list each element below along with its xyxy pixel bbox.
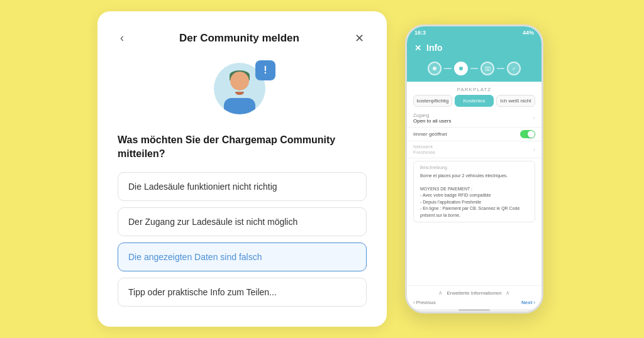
avatar-mouth	[235, 92, 244, 95]
step-4: ✓	[507, 62, 521, 75]
option-button-4[interactable]: Tipp oder praktische Info zum Teilen...	[118, 278, 367, 307]
step-line-1	[444, 68, 452, 69]
phone-header-title: Info	[426, 43, 534, 53]
toggle-label: Immer geöffnet	[413, 131, 447, 137]
step-3	[480, 62, 494, 75]
phone-bottom-bar	[407, 309, 541, 312]
page-wrapper: ‹ Der Community melden ✕ ! Was möchten S…	[20, 11, 624, 327]
netzwerk-label: Netzwerk	[413, 144, 435, 150]
panel-header: ‹ Der Community melden ✕	[118, 29, 367, 48]
parkplatz-label: PARKPLATZ	[413, 87, 535, 92]
phone-panel: 16:3 44% ✕ Info	[402, 25, 547, 313]
park-opt-kostenlos[interactable]: Kostenlos	[455, 95, 494, 107]
netzwerk-row[interactable]: Netzwerk Freshmile ›	[407, 141, 541, 158]
prev-button[interactable]: ‹ Previous	[413, 300, 436, 305]
next-button[interactable]: Next ›	[521, 300, 535, 305]
toggle-knob	[528, 131, 535, 138]
status-battery: 44%	[523, 30, 534, 36]
zugang-chevron-icon: ›	[533, 115, 535, 121]
close-button[interactable]: ✕	[352, 29, 367, 48]
avatar-container: !	[214, 63, 270, 119]
zugang-label: Zugang	[413, 112, 451, 118]
phone-content: PARKPLATZ kostenpflichtig Kostenlos Ich …	[407, 82, 541, 285]
svg-point-0	[433, 67, 436, 70]
report-panel: ‹ Der Community melden ✕ ! Was möchten S…	[97, 11, 387, 327]
step-2	[454, 62, 468, 75]
home-indicator	[458, 309, 490, 311]
beschreibung-text: Borne et places pour 2 véhicules électri…	[420, 173, 528, 219]
zugang-value: Open to all users	[413, 118, 451, 124]
svg-point-3	[487, 68, 489, 70]
erweiterte-chevron-left-icon: ∧	[438, 290, 443, 296]
step-line-2	[470, 68, 478, 69]
toggle-switch[interactable]	[520, 130, 535, 138]
option-button-1[interactable]: Die Ladesäule funktioniert nicht richtig	[118, 172, 367, 201]
panel-title: Der Community melden	[179, 32, 299, 45]
avatar-head	[230, 72, 249, 90]
next-label: Next	[521, 300, 532, 305]
question-text: Was möchten Sie der Chargemap Community …	[118, 133, 367, 161]
back-button[interactable]: ‹	[118, 29, 126, 47]
phone-footer: ∧ Erweiterte Informationen ∧ ‹ Previous …	[407, 285, 541, 309]
park-opt-weiss-nicht[interactable]: Ich weiß nicht	[496, 95, 535, 107]
status-time: 16:3	[414, 30, 426, 36]
park-opt-kostenpflichtig[interactable]: kostenpflichtig	[413, 95, 452, 107]
erweiterte-text: Erweiterte Informationen	[447, 290, 501, 296]
phone-header: ✕ Info	[407, 39, 541, 58]
exclamation-bubble: !	[255, 60, 275, 80]
parkplatz-options: kostenpflichtig Kostenlos Ich weiß nicht	[413, 95, 535, 107]
progress-steps: ✓	[407, 58, 541, 82]
netzwerk-value: Freshmile	[413, 150, 435, 155]
phone-mockup: 16:3 44% ✕ Info	[405, 25, 543, 313]
zugang-content: Zugang Open to all users	[413, 112, 451, 124]
option-button-2[interactable]: Der Zugang zur Ladesäule ist nicht mögli…	[118, 207, 367, 236]
zugang-row[interactable]: Zugang Open to all users ›	[407, 109, 541, 128]
phone-close-icon[interactable]: ✕	[414, 43, 421, 53]
svg-point-1	[459, 67, 463, 70]
parkplatz-section: PARKPLATZ kostenpflichtig Kostenlos Ich …	[407, 82, 541, 109]
toggle-row: Immer geöffnet	[407, 128, 541, 141]
erweiterte-row: ∧ Erweiterte Informationen ∧	[413, 290, 535, 296]
netzwerk-chevron-icon: ›	[533, 146, 535, 153]
step-1	[428, 62, 441, 75]
erweiterte-chevron-right-icon: ∧	[506, 290, 510, 296]
nav-row: ‹ Previous Next ›	[413, 300, 535, 305]
netzwerk-content: Netzwerk Freshmile	[413, 144, 435, 155]
avatar-body	[224, 98, 255, 114]
beschreibung-box: Beschreibung Borne et places pour 2 véhi…	[413, 161, 535, 222]
prev-label: Previous	[416, 300, 436, 305]
illustration-area: !	[118, 63, 367, 119]
prev-chevron-icon: ‹	[413, 300, 415, 305]
next-chevron-icon: ›	[533, 300, 535, 305]
beschreibung-label: Beschreibung	[420, 165, 528, 172]
option-button-3[interactable]: Die angezeigten Daten sind falsch	[118, 243, 367, 271]
step-line-3	[497, 68, 504, 69]
phone-status-bar: 16:3 44%	[407, 26, 541, 39]
